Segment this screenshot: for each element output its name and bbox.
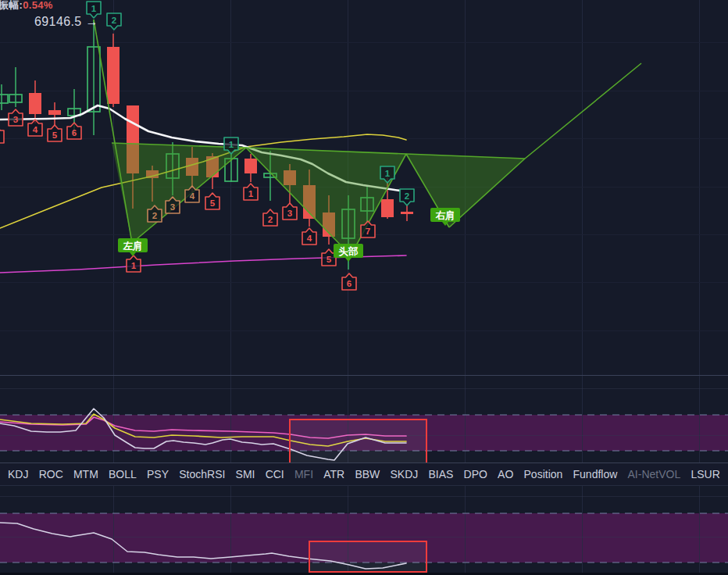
svg-text:7: 7 bbox=[366, 227, 370, 236]
tab-skdj[interactable]: SKDJ bbox=[390, 468, 418, 480]
tab-lsur[interactable]: LSUR bbox=[691, 468, 719, 480]
tab-psy[interactable]: PSY bbox=[147, 468, 169, 480]
svg-text:2: 2 bbox=[405, 191, 409, 201]
tab-ao[interactable]: AO bbox=[498, 468, 513, 480]
svg-text:1: 1 bbox=[229, 140, 234, 149]
tab-roc[interactable]: ROC bbox=[39, 468, 63, 480]
candlestick-chart[interactable]: 345612123451123456712左肩头部右肩 bbox=[0, 0, 728, 575]
tab-bias[interactable]: BIAS bbox=[428, 468, 453, 480]
svg-text:2: 2 bbox=[152, 211, 157, 220]
svg-text:右肩: 右肩 bbox=[435, 210, 455, 221]
candle-down bbox=[244, 159, 257, 173]
svg-text:5: 5 bbox=[327, 255, 332, 264]
pattern-highlight-box bbox=[290, 420, 426, 464]
tab-mtm[interactable]: MTM bbox=[73, 468, 98, 480]
price-annotation: 69146.5 → bbox=[34, 15, 98, 29]
svg-text:左肩: 左肩 bbox=[123, 241, 143, 252]
svg-text:3: 3 bbox=[287, 209, 292, 218]
svg-text:2: 2 bbox=[268, 215, 273, 224]
tab-stochrsi[interactable]: StochRSI bbox=[179, 468, 225, 480]
indicator-tabbar: KDJROCMTMBOLLPSYStochRSISMICCIMFIATRBBWS… bbox=[0, 462, 728, 486]
pattern-highlight-box bbox=[309, 541, 426, 572]
svg-text:2: 2 bbox=[112, 16, 116, 25]
svg-text:1: 1 bbox=[91, 4, 97, 13]
tab-atr[interactable]: ATR bbox=[323, 468, 344, 480]
tab-bbw[interactable]: BBW bbox=[355, 468, 380, 480]
candle-down bbox=[381, 199, 394, 217]
sequence-marker bbox=[0, 127, 4, 143]
svg-text:5: 5 bbox=[52, 130, 58, 140]
svg-text:头部: 头部 bbox=[339, 246, 359, 257]
tab-dpo[interactable]: DPO bbox=[464, 468, 487, 480]
tab-boll[interactable]: BOLL bbox=[109, 468, 137, 480]
svg-text:6: 6 bbox=[347, 279, 352, 288]
trading-chart-screen: 345612123451123456712左肩头部右肩 振幅:0.54% 691… bbox=[0, 0, 728, 575]
tab-ai-netvol[interactable]: AI-NetVOL bbox=[628, 468, 681, 480]
amplitude-label: 振幅: bbox=[0, 0, 23, 11]
svg-text:6: 6 bbox=[72, 128, 77, 138]
tab-kdj[interactable]: KDJ bbox=[8, 468, 28, 480]
svg-text:4: 4 bbox=[190, 191, 195, 201]
pattern-line bbox=[449, 63, 641, 227]
candle-down bbox=[401, 212, 413, 214]
svg-text:4: 4 bbox=[33, 125, 38, 134]
amplitude-value: 0.54% bbox=[23, 0, 52, 11]
ma-magenta bbox=[0, 255, 406, 273]
svg-text:1: 1 bbox=[385, 169, 391, 178]
tab-position[interactable]: Position bbox=[524, 468, 563, 480]
candle-down bbox=[107, 47, 120, 104]
svg-text:1: 1 bbox=[248, 189, 254, 198]
svg-text:4: 4 bbox=[307, 234, 312, 243]
svg-text:5: 5 bbox=[210, 198, 216, 208]
svg-text:3: 3 bbox=[13, 115, 18, 124]
svg-text:1: 1 bbox=[131, 261, 137, 270]
pattern-fill bbox=[112, 143, 246, 243]
tab-smi[interactable]: SMI bbox=[236, 468, 255, 480]
svg-text:3: 3 bbox=[170, 202, 175, 212]
candle-down bbox=[48, 110, 61, 115]
highlight-boxes bbox=[290, 420, 426, 572]
tab-cci[interactable]: CCI bbox=[266, 468, 284, 480]
tab-mfi[interactable]: MFI bbox=[294, 468, 313, 480]
tab-fundflow[interactable]: Fundflow bbox=[573, 468, 618, 480]
candle-down bbox=[29, 93, 41, 114]
amplitude-readout: 振幅:0.54% bbox=[0, 0, 53, 12]
